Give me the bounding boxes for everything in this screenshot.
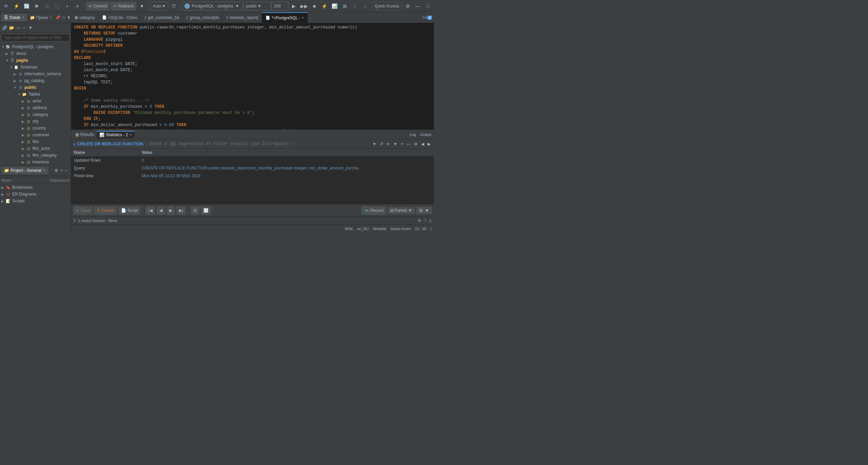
filter-input[interactable] xyxy=(150,142,370,146)
db-tab-close[interactable]: ✕ xyxy=(22,16,24,19)
db-open-icon[interactable]: 📂 xyxy=(8,25,15,31)
script-button[interactable]: 📄 Script xyxy=(118,206,141,215)
tree-item-film[interactable]: ▶ ▦ film xyxy=(0,138,71,145)
filter-refresh-icon[interactable]: ↺ xyxy=(378,141,384,147)
filter-nav-prev-icon[interactable]: ◀ xyxy=(420,141,426,147)
copy-row-button[interactable]: ⧉ xyxy=(191,206,199,215)
filter-nav-next-icon[interactable]: ▶ xyxy=(426,141,432,147)
toolbar-stop-icon[interactable]: ■ xyxy=(310,1,319,11)
toolbar-clock-icon[interactable]: ⏱ xyxy=(169,1,178,11)
expand-button[interactable]: ⬜ xyxy=(201,206,211,215)
tree-item-address[interactable]: ▶ ▦ address xyxy=(0,104,71,111)
tree-item-category[interactable]: ▶ ▦ category xyxy=(0,111,71,118)
tree-item-tables-folder[interactable]: ▼ 📁 Tables xyxy=(0,91,71,98)
db-new-icon[interactable]: 🔗 xyxy=(1,25,8,31)
tab-database[interactable]: 🗄 Datab ✕ xyxy=(1,14,27,21)
filter-settings-icon[interactable]: ⚙ xyxy=(413,141,419,147)
tab-get-customer[interactable]: ƒ get_customer_ba xyxy=(141,12,183,23)
grid-row-query[interactable]: Query CREATE OR REPLACE FUNCTION public.… xyxy=(71,164,434,172)
tab-sqlite-chino[interactable]: 📄 <SQLite - Chino xyxy=(99,12,141,23)
project-tab-close[interactable]: ✕ xyxy=(43,168,45,172)
stats-tab-close[interactable]: ✕ xyxy=(129,133,132,137)
toolbar-settings-icon[interactable]: ⚙ xyxy=(403,1,412,11)
save-button[interactable]: ✔ Save xyxy=(73,206,93,215)
db-close-icon[interactable]: — xyxy=(16,25,21,31)
results-tab-results[interactable]: ▦ Results xyxy=(73,131,97,138)
toolbar-nav1-icon[interactable]: ⚡ xyxy=(12,1,21,11)
toolbar-run2-icon[interactable]: ▶▶ xyxy=(299,1,309,11)
record-button[interactable]: 📹 Record xyxy=(361,206,386,215)
project-item-bookmarks[interactable]: ▶ 🔖 Bookmarks xyxy=(0,184,71,191)
toolbar-refresh-icon[interactable]: ⟳ xyxy=(1,1,11,11)
toolbar-split-v-icon[interactable]: ▪ xyxy=(62,1,72,11)
log-button[interactable]: Log xyxy=(409,132,417,137)
filter-filter-icon[interactable]: ▼ xyxy=(392,141,399,147)
toolbar-minimize-icon[interactable]: — xyxy=(413,1,422,11)
tree-item-public[interactable]: ▼ ⊞ public xyxy=(0,84,71,91)
active-tab-close[interactable]: ✕ xyxy=(301,16,304,20)
tree-item-pg-catalog[interactable]: ▶ ⊞ pg_catalog xyxy=(0,77,71,84)
panels-button[interactable]: ⊞ Panels ▼ xyxy=(388,207,415,214)
toolbar-nav4-icon[interactable]: □ xyxy=(42,1,52,11)
tree-item-inventory[interactable]: ▶ ▦ inventory xyxy=(0,159,71,165)
toolbar-export-icon[interactable]: ↑ xyxy=(350,1,360,11)
tree-item-film-actor[interactable]: ▶ ▦ film_actor xyxy=(0,145,71,152)
tab-overflow-button[interactable]: >> 4 xyxy=(420,15,434,20)
code-editor[interactable]: CREATE OR REPLACE FUNCTION public.reward… xyxy=(71,23,434,129)
toolbar-import-icon[interactable]: ↓ xyxy=(360,1,370,11)
rollback-button[interactable]: ↩ Rollback xyxy=(111,2,136,11)
grid-row-finish[interactable]: Finish time Mon Mar 05 14:22:39 MSK 2018 xyxy=(71,172,434,180)
tree-item-demo[interactable]: ▶ 🗄 demo xyxy=(0,50,71,57)
toolbar-maximize-icon[interactable]: □ xyxy=(423,1,433,11)
filter-clear-icon[interactable]: ✕ xyxy=(385,141,391,147)
filter-dropdown-icon[interactable]: ▼ xyxy=(371,141,378,147)
tree-item-info-schema[interactable]: ▶ ⊞ information_schema xyxy=(0,70,71,77)
toolbar-run1-icon[interactable]: ▶ xyxy=(289,1,299,11)
toolbar-format-icon[interactable]: ▼ xyxy=(137,1,146,11)
commit-button[interactable]: ✔ Commit xyxy=(86,2,110,11)
db-settings-icon[interactable]: ▼ xyxy=(28,25,33,31)
quick-access-button[interactable]: Quick Access xyxy=(372,2,402,11)
nav-next-button[interactable]: ▶ xyxy=(166,206,175,215)
tab-project[interactable]: 📁 Проек ✕ xyxy=(27,14,55,21)
tree-item-country[interactable]: ▶ ▦ country xyxy=(0,125,71,132)
filter-remove-icon[interactable]: — xyxy=(405,141,412,147)
schema-dropdown[interactable]: public ▼ xyxy=(244,2,271,11)
tree-item-pagila[interactable]: ▼ 🗄 pagila xyxy=(0,57,71,64)
tree-item-film-category[interactable]: ▶ ▦ film_category xyxy=(0,152,71,159)
nav-prev-button[interactable]: ◀ xyxy=(157,206,165,215)
auto-dropdown[interactable]: Auto ▼ xyxy=(150,2,168,11)
toolbar-more-icon[interactable]: ≡ xyxy=(73,1,82,11)
fetch-copy-icon[interactable]: ⧉ xyxy=(418,218,421,223)
limit-dropdown[interactable]: 200 xyxy=(272,2,289,11)
project-item-er[interactable]: ▶ ⊡ ER Diagrams xyxy=(0,191,71,198)
search-input[interactable] xyxy=(1,34,70,41)
toolbar-nav2-icon[interactable]: 🔄 xyxy=(22,1,31,11)
tree-item-city[interactable]: ▶ ▦ city xyxy=(0,118,71,125)
toolbar-explain-icon[interactable]: ⚡ xyxy=(320,1,329,11)
tab-postgresql-active[interactable]: 📄 *<PostgreSQL - ✕ xyxy=(262,12,308,23)
toolbar-format2-icon[interactable]: ⊞ xyxy=(340,1,350,11)
db-refresh-icon[interactable]: ↔ xyxy=(22,25,27,31)
grid-row-updated[interactable]: Updated Rows 0 xyxy=(71,157,434,164)
results-tab-statistics[interactable]: 📊 Statistics - 2 ✕ xyxy=(97,131,135,138)
tree-item-postgresql[interactable]: ▼ 🐘 PostgreSQL - postgres xyxy=(0,43,71,50)
connection-dropdown[interactable]: PostgreSQL - postgres ▼ xyxy=(182,2,243,11)
proj-tab-close[interactable]: ✕ xyxy=(49,16,52,19)
toolbar-nav3-icon[interactable]: ✖ xyxy=(32,1,41,11)
proj-add-icon[interactable]: + xyxy=(60,167,63,174)
gear-settings-button[interactable]: ⚙ ▼ xyxy=(416,207,432,214)
tree-item-schemas[interactable]: ▼ 📋 Schemas xyxy=(0,64,71,70)
tab-rewards-report[interactable]: ƒ rewards_report( xyxy=(223,12,262,23)
left-pin-icon[interactable]: 📌 xyxy=(55,15,61,21)
tree-item-actor[interactable]: ▶ ▦ actor xyxy=(0,98,71,104)
tree-item-customer[interactable]: ▶ ▦ customer xyxy=(0,132,71,138)
proj-arrow-icon[interactable]: ↔ xyxy=(64,167,70,174)
nav-last-button[interactable]: ▶| xyxy=(176,206,186,215)
left-menu-icon[interactable]: ▼ xyxy=(66,15,72,21)
filter-add-icon[interactable]: + xyxy=(399,141,405,147)
output-button[interactable]: Output xyxy=(419,132,433,137)
toolbar-split-h-icon[interactable]: ⬛ xyxy=(52,1,62,11)
toolbar-plan-icon[interactable]: 📊 xyxy=(330,1,339,11)
tab-project-general[interactable]: 📁 Project - General ✕ xyxy=(1,167,48,174)
